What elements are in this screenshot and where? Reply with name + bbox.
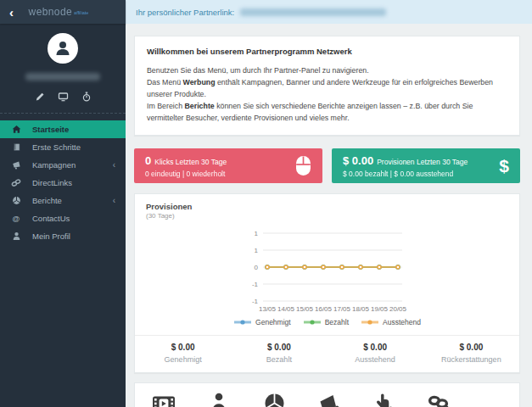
svg-text:1: 1 (254, 247, 258, 254)
summary-genehmigt: $ 0.00 Genehmigt (135, 343, 231, 364)
computer-mouse-icon (295, 155, 311, 176)
shortcut-berichte[interactable]: Berichte (249, 392, 300, 407)
shortcut-kampagnen[interactable]: Kampagnen (304, 392, 355, 407)
svg-text:16/05: 16/05 (314, 305, 332, 313)
svg-text:14/05: 14/05 (277, 305, 294, 313)
welcome-line1: Benutzen Sie das Menü, um durch Ihr Part… (147, 64, 507, 76)
summary-ausstehend: $ 0.00 Ausstehend (328, 343, 423, 364)
megaphone-icon (11, 160, 21, 170)
film-video-icon (138, 392, 189, 407)
sidebar-item-label: Startseite (32, 125, 69, 134)
megaphone-icon (304, 392, 355, 407)
welcome-line2: Das Menü Werbung enthält Kampagnen, Bann… (147, 76, 507, 100)
person-icon (193, 392, 244, 407)
commissions-label: Provisionen Letzten 30 Tage (377, 158, 468, 166)
chart-subtitle: (30 Tage) (146, 212, 519, 220)
sidebar-item-berichte[interactable]: Berichte ‹ (0, 192, 126, 209)
svg-text:19/05: 19/05 (370, 305, 388, 313)
clicks-value: 0 (145, 154, 151, 167)
legend-item-ausstehend: Ausstehend (361, 318, 421, 326)
svg-text:15/05: 15/05 (295, 305, 313, 313)
welcome-title: Willkommen bei unserem Partnerprogramm N… (147, 45, 507, 58)
user-avatar-icon (53, 39, 72, 58)
sidebar-item-startseite[interactable]: Startseite (0, 120, 126, 138)
sidebar-item-label: Erste Schritte (32, 142, 81, 152)
hand-pointer-icon (359, 392, 410, 407)
main-area: Ihr persönlicher Partnerlink: Willkommen… (126, 0, 532, 407)
book-icon (11, 142, 21, 152)
sidebar-item-label: ContactUs (32, 214, 70, 223)
monitor-icon[interactable] (58, 92, 69, 102)
welcome-panel: Willkommen bei unserem Partnerprogramm N… (134, 36, 520, 136)
clicks-label: Klicks Letzten 30 Tage (154, 158, 227, 166)
sidebar-item-label: DirectLinks (32, 178, 72, 187)
clicks-stat-card: 0Klicks Letzten 30 Tage 0 eindeutig | 0 … (134, 148, 322, 183)
welcome-line3: Im Bereich Berichte können Sie sich vers… (147, 100, 507, 124)
svg-text:1: 1 (254, 230, 258, 237)
commissions-value: $ 0.00 (343, 154, 373, 167)
shortcut-mein-profil[interactable]: Mein Profil (193, 392, 244, 407)
clicks-sub: 0 eindeutig | 0 wiederholt (145, 170, 227, 178)
sidebar: ‹ webnodeaffiliate (0, 0, 126, 407)
partner-link-blurred[interactable] (240, 8, 386, 16)
chain-links-icon (414, 392, 465, 407)
sidebar-item-label: Kampagnen (32, 160, 76, 170)
summary-rueckerstattungen: $ 0.00 Rückerstattungen (423, 343, 519, 364)
svg-text:18/05: 18/05 (351, 305, 369, 313)
shortcut-directlinks[interactable]: DirectLinks (414, 392, 465, 407)
summary-bezahlt: $ 0.00 Bezahlt (231, 343, 327, 364)
line-chart: 110-1-113/0514/0515/0516/0517/0518/0519/… (135, 230, 519, 326)
at-sign-icon: @ (11, 215, 21, 223)
svg-text:-1: -1 (251, 281, 258, 288)
home-icon (11, 125, 21, 134)
username-blurred (25, 73, 100, 81)
edit-pencil-icon[interactable] (35, 92, 45, 102)
chain-link-icon (11, 178, 21, 187)
user-icon (11, 231, 21, 241)
chevron-left-icon: ‹ (113, 196, 115, 205)
partner-link-label: Ihr persönlicher Partnerlink: (136, 8, 234, 17)
logo-suffix: affiliate (74, 10, 88, 15)
dollar-icon: $ (499, 157, 509, 175)
partner-link-bar: Ihr persönlicher Partnerlink: (126, 0, 532, 24)
provisions-chart-panel: Provisionen (30 Tage) 110-1-113/0514/051… (134, 193, 520, 373)
profile-section (0, 24, 126, 114)
sidebar-item-label: Mein Profil (32, 231, 70, 241)
shortcut-tutorial-video[interactable]: Affiliate panel tutorial video (138, 392, 189, 407)
sidebar-item-mein-profil[interactable]: Mein Profil (0, 227, 126, 245)
shortcut-banner-links[interactable]: Banner & Links (359, 392, 410, 407)
pie-chart-icon (11, 196, 21, 205)
svg-text:20/05: 20/05 (389, 305, 406, 313)
svg-text:17/05: 17/05 (333, 305, 350, 313)
legend-item-genehmigt: Genehmigt (233, 318, 291, 326)
commission-summary-row: $ 0.00 Genehmigt $ 0.00 Bezahlt $ 0.00 A… (135, 335, 519, 372)
svg-text:-1: -1 (251, 298, 258, 305)
sidebar-menu: Startseite Erste Schritte Kampagnen ‹ Di… (0, 120, 126, 245)
sidebar-item-erste-schritte[interactable]: Erste Schritte (0, 138, 126, 156)
pie-chart-icon (249, 392, 300, 407)
sidebar-item-contactus[interactable]: @ ContactUs (0, 209, 126, 227)
commissions-stat-card: $ 0.00Provisionen Letzten 30 Tage $ 0.00… (332, 148, 520, 183)
svg-text:0: 0 (254, 264, 258, 271)
svg-text:13/05: 13/05 (258, 305, 276, 313)
legend-item-bezahlt: Bezahlt (303, 318, 349, 326)
commissions-sub: $ 0.00 bezahlt | $ 0.00 ausstehend (343, 170, 468, 178)
chart-title: Provisionen (146, 202, 519, 211)
webnode-logo: webnodeaffiliate (14, 6, 104, 18)
sidebar-item-directlinks[interactable]: DirectLinks (0, 174, 126, 192)
avatar (48, 33, 78, 64)
chevron-left-icon: ‹ (113, 160, 115, 170)
sidebar-item-label: Berichte (32, 196, 62, 205)
stopwatch-icon[interactable] (81, 92, 92, 102)
shortcuts-panel: Affiliate panel tutorial video Mein Prof… (134, 382, 520, 407)
chart-legend: GenehmigtBezahltAusstehend (135, 318, 519, 326)
sidebar-item-kampagnen[interactable]: Kampagnen ‹ (0, 156, 126, 174)
logo-bar: ‹ webnodeaffiliate (0, 0, 126, 24)
